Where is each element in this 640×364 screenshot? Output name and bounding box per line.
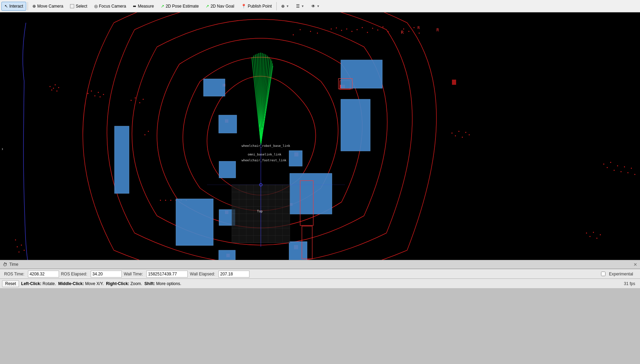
- svg-point-36: [143, 99, 144, 100]
- pose-estimate-button[interactable]: ↗ 2D Pose Estimate: [158, 2, 202, 11]
- toolbar: ↖ Interact ⊕ Move Camera Select ◎ Focus …: [0, 0, 640, 12]
- svg-point-2: [336, 28, 337, 29]
- publish-point-button[interactable]: 📍 Publish Point: [238, 2, 275, 11]
- svg-point-21: [50, 86, 51, 87]
- svg-point-65: [160, 200, 161, 201]
- svg-point-23: [55, 84, 56, 85]
- help-text: Left-Click: Rotate. Middle-Click: Move X…: [21, 281, 181, 286]
- panel-close-button[interactable]: ✕: [633, 262, 637, 267]
- svg-point-60: [593, 232, 594, 233]
- svg-text:omni_baselink_link: omni_baselink_link: [248, 153, 282, 156]
- svg-point-4: [346, 29, 347, 30]
- lines-icon: ☰: [296, 4, 300, 9]
- svg-point-26: [57, 91, 58, 92]
- svg-text:R: R: [436, 28, 439, 32]
- select-button[interactable]: Select: [67, 2, 90, 11]
- select-icon: [70, 4, 74, 8]
- svg-point-18: [408, 31, 410, 32]
- svg-point-57: [634, 174, 636, 175]
- dropdown-arrow-1: ▼: [286, 4, 289, 8]
- svg-point-58: [586, 233, 587, 234]
- panel-title: Time: [9, 262, 18, 267]
- wall-elapsed-group: Wall Elapsed:: [188, 271, 249, 277]
- experimental-area: Experimental: [601, 272, 638, 276]
- nav-goal-button[interactable]: ↗ 2D Nav Goal: [203, 2, 237, 11]
- svg-point-6: [357, 29, 358, 30]
- clock-icon: ⏱: [3, 262, 7, 267]
- svg-point-38: [455, 135, 456, 136]
- svg-text:Top: Top: [257, 210, 263, 213]
- svg-point-24: [58, 87, 59, 88]
- svg-point-51: [614, 170, 615, 171]
- ros-time-label: ROS Time:: [2, 272, 27, 276]
- svg-point-7: [362, 27, 363, 28]
- reset-button[interactable]: Reset: [2, 280, 19, 287]
- eye-button[interactable]: 👁 ▼: [308, 2, 323, 11]
- svg-text:R: R: [401, 30, 404, 35]
- ros-time-input[interactable]: [28, 271, 59, 277]
- svg-point-41: [465, 132, 466, 133]
- bottombar: Reset Left-Click: Rotate. Middle-Click: …: [0, 279, 640, 288]
- svg-point-8: [367, 32, 368, 33]
- experimental-checkbox[interactable]: [601, 272, 605, 276]
- interact-button[interactable]: ↖ Interact: [1, 2, 26, 11]
- publish-icon: 📍: [241, 4, 246, 9]
- pose-icon: ↗: [161, 4, 164, 9]
- svg-text:wheelchair_footrest_link: wheelchair_footrest_link: [242, 159, 287, 162]
- lines-button[interactable]: ☰ ▼: [293, 2, 307, 11]
- toolbar-separator-2: [276, 2, 277, 10]
- measure-button[interactable]: ⬌ Measure: [130, 2, 157, 11]
- svg-rect-92: [219, 161, 236, 178]
- wall-time-label: Wall Time:: [122, 272, 145, 276]
- focus-icon: ◎: [94, 4, 98, 9]
- svg-point-34: [135, 98, 136, 99]
- svg-point-30: [98, 92, 99, 93]
- svg-text:›: ›: [2, 146, 3, 151]
- wall-elapsed-input[interactable]: [218, 271, 249, 277]
- svg-point-19: [414, 27, 415, 28]
- svg-rect-91: [176, 199, 213, 245]
- svg-rect-87: [219, 115, 237, 133]
- ros-time-group: ROS Time:: [2, 271, 59, 277]
- svg-point-35: [139, 102, 140, 103]
- wall-time-group: Wall Time:: [122, 271, 188, 277]
- ros-elapsed-input[interactable]: [91, 271, 122, 277]
- svg-rect-80: [452, 80, 456, 85]
- focus-camera-button[interactable]: ◎ Focus Camera: [91, 2, 129, 11]
- dropdown-arrow-3: ▼: [317, 4, 320, 8]
- svg-point-63: [145, 134, 146, 135]
- ros-elapsed-label: ROS Elapsed:: [59, 272, 89, 276]
- time-panel-header: ⏱ Time ✕: [0, 260, 640, 269]
- svg-rect-89: [289, 151, 302, 166]
- svg-point-64: [148, 131, 149, 132]
- svg-point-44: [21, 245, 22, 246]
- svg-point-43: [17, 246, 18, 247]
- statusbar: ROS Time: ROS Elapsed: Wall Time: Wall E…: [0, 269, 640, 279]
- wall-time-input[interactable]: [146, 271, 188, 277]
- svg-text:R: R: [417, 26, 420, 30]
- svg-point-14: [317, 33, 318, 34]
- svg-point-33: [131, 100, 132, 101]
- svg-rect-86: [204, 79, 225, 96]
- svg-point-3: [341, 30, 342, 31]
- svg-point-42: [469, 134, 470, 135]
- crosshair-button[interactable]: ⊕ ▼: [278, 2, 292, 11]
- svg-point-29: [95, 95, 96, 97]
- svg-point-39: [459, 131, 460, 132]
- svg-rect-90: [290, 173, 332, 214]
- svg-rect-84: [341, 60, 382, 88]
- wall-elapsed-label: Wall Elapsed:: [188, 272, 217, 276]
- svg-rect-95: [289, 242, 307, 260]
- ros-elapsed-group: ROS Elapsed:: [59, 271, 122, 277]
- viewport[interactable]: R R R: [0, 12, 640, 260]
- move-camera-button[interactable]: ⊕ Move Camera: [29, 2, 66, 11]
- svg-point-56: [631, 168, 632, 169]
- svg-point-28: [91, 91, 92, 92]
- svg-point-47: [15, 240, 16, 241]
- svg-point-55: [628, 172, 629, 173]
- nav-icon: ↗: [206, 4, 209, 9]
- visualization-canvas: R R R: [0, 12, 640, 260]
- svg-point-62: [600, 234, 601, 235]
- svg-rect-0: [0, 12, 640, 260]
- svg-rect-85: [341, 99, 370, 151]
